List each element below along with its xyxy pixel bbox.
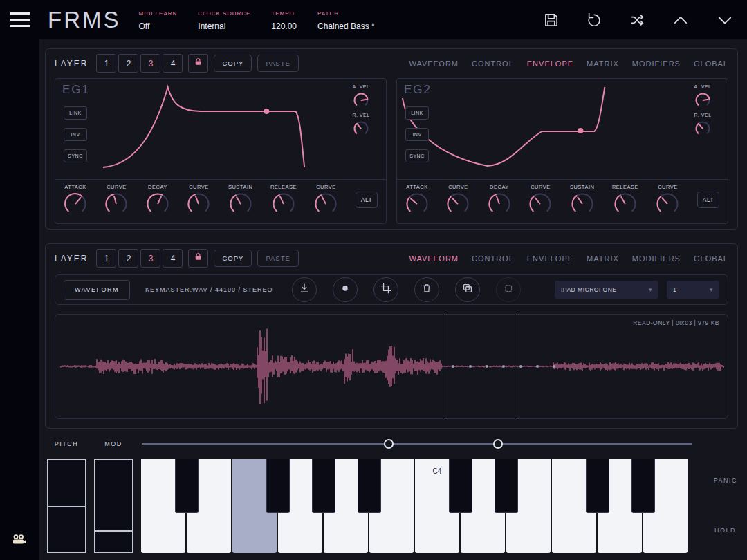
tab-control[interactable]: CONTROL xyxy=(472,59,514,68)
inv-toggle-button[interactable]: INV xyxy=(405,128,429,141)
layer-button-1[interactable]: 1 xyxy=(96,249,116,268)
tab-envelope[interactable]: ENVELOPE xyxy=(527,254,573,263)
save-icon[interactable] xyxy=(542,11,560,29)
tab-global[interactable]: GLOBAL xyxy=(694,254,728,263)
tab-waveform[interactable]: WAVEFORM xyxy=(409,254,459,263)
curve-knob[interactable]: CURVE xyxy=(656,184,679,216)
link-toggle-button[interactable]: LINK xyxy=(64,106,87,120)
tab-modifiers[interactable]: MODIFIERS xyxy=(632,59,681,68)
tab-envelope[interactable]: ENVELOPE xyxy=(527,59,573,68)
layer-button-1[interactable]: 1 xyxy=(96,54,116,73)
topbar-field-midi-learn[interactable]: MIDI LEARNOff xyxy=(139,10,178,31)
lock-button[interactable] xyxy=(188,249,208,268)
panic-button[interactable]: PANIC xyxy=(714,477,737,484)
waveform-display[interactable]: READ-ONLY | 00:03 | 979 KB xyxy=(55,314,728,419)
topbar-field-patch[interactable]: PATCHChained Bass * xyxy=(317,10,375,31)
input-source-value: IPAD MICROFONE xyxy=(561,286,617,293)
undo-icon[interactable] xyxy=(585,11,603,29)
release-knob[interactable]: RELEASE xyxy=(612,184,638,216)
topbar-actions xyxy=(542,10,747,30)
knob-label: R. VEL xyxy=(694,113,711,118)
attack-velocity-knob[interactable]: A. VEL xyxy=(694,84,712,109)
velocity-knobs: A. VELR. VEL xyxy=(342,84,380,137)
attack-velocity-knob[interactable]: A. VEL xyxy=(353,84,370,109)
release-velocity-knob[interactable]: R. VEL xyxy=(694,113,711,137)
pitch-wheel[interactable] xyxy=(47,459,86,553)
sustain-knob[interactable]: SUSTAIN xyxy=(228,184,252,216)
layer-button-2[interactable]: 2 xyxy=(118,54,138,73)
alt-button[interactable]: ALT xyxy=(697,192,719,208)
copy-button[interactable]: COPY xyxy=(214,250,252,267)
lock-button[interactable] xyxy=(188,54,208,73)
sample-marker[interactable] xyxy=(515,315,515,418)
waveform-mode-button[interactable]: WAVEFORM xyxy=(64,280,130,300)
layer-button-4[interactable]: 4 xyxy=(163,249,183,268)
envelope-display[interactable]: EG2LINKINVSYNCA. VELR. VEL xyxy=(397,79,728,180)
curve-knob[interactable]: CURVE xyxy=(446,184,470,216)
curve-knob[interactable]: CURVE xyxy=(104,184,128,216)
tab-control[interactable]: CONTROL xyxy=(472,254,514,263)
paste-button[interactable]: PASTE xyxy=(257,250,298,267)
mod-wheel[interactable] xyxy=(94,459,133,553)
sustain-knob[interactable]: SUSTAIN xyxy=(570,184,594,216)
alt-button[interactable]: ALT xyxy=(356,192,378,208)
chevron-down-icon[interactable] xyxy=(715,10,735,30)
input-source-select[interactable]: IPAD MICROFONE ▾ xyxy=(555,281,658,299)
duplicate-button[interactable] xyxy=(496,277,521,302)
slice-dot xyxy=(486,365,488,368)
sync-toggle-button[interactable]: SYNC xyxy=(64,149,87,162)
layer-button-4[interactable]: 4 xyxy=(163,54,183,73)
black-key-G3s[interactable] xyxy=(312,459,335,513)
black-key-G4s[interactable] xyxy=(631,459,655,513)
layer-button-3[interactable]: 3 xyxy=(140,54,160,73)
hold-button[interactable]: HOLD xyxy=(714,527,736,534)
envelope-display[interactable]: EG1LINKINVSYNCA. VELR. VEL xyxy=(55,79,386,180)
crop-button[interactable] xyxy=(374,277,398,302)
keyboard-range-slider[interactable] xyxy=(142,443,692,445)
black-key-F3s[interactable] xyxy=(266,459,290,513)
projector-icon[interactable] xyxy=(12,534,27,549)
attack-knob[interactable]: ATTACK xyxy=(64,184,87,216)
knob-label: CURVE xyxy=(531,184,551,190)
topbar-field-tempo[interactable]: TEMPO120.00 xyxy=(271,10,297,31)
curve-knob[interactable]: CURVE xyxy=(187,184,210,216)
black-key-C4s[interactable] xyxy=(449,459,472,513)
tab-global[interactable]: GLOBAL xyxy=(694,59,728,68)
sync-toggle-button[interactable]: SYNC xyxy=(405,149,429,162)
paste-button[interactable]: PASTE xyxy=(257,55,298,72)
menu-button[interactable] xyxy=(0,0,39,39)
tab-waveform[interactable]: WAVEFORM xyxy=(409,59,459,68)
channel-select[interactable]: 1 ▾ xyxy=(667,281,719,299)
black-key-F4s[interactable] xyxy=(586,459,609,513)
topbar-field-clock-source[interactable]: CLOCK SOURCEInternal xyxy=(198,10,250,31)
tab-modifiers[interactable]: MODIFIERS xyxy=(632,254,681,263)
trash-button[interactable] xyxy=(414,277,439,302)
eg-row: EG1LINKINVSYNCA. VELR. VELATTACKCURVEDEC… xyxy=(46,76,737,224)
range-handle-1[interactable] xyxy=(384,439,394,449)
curve-knob[interactable]: CURVE xyxy=(528,184,552,216)
layer-button-2[interactable]: 2 xyxy=(118,249,138,268)
decay-knob[interactable]: DECAY xyxy=(146,184,169,216)
chevron-up-icon[interactable] xyxy=(671,10,690,30)
randomize-icon[interactable] xyxy=(628,11,646,29)
black-key-A3s[interactable] xyxy=(358,459,381,513)
range-handle-2[interactable] xyxy=(493,439,503,449)
decay-knob[interactable]: DECAY xyxy=(488,184,511,216)
channel-value: 1 xyxy=(673,286,676,293)
curve-knob[interactable]: CURVE xyxy=(314,184,338,216)
black-key-D4s[interactable] xyxy=(495,459,518,513)
copy-button[interactable] xyxy=(455,277,480,302)
layer-button-3[interactable]: 3 xyxy=(140,249,160,268)
release-velocity-knob[interactable]: R. VEL xyxy=(352,113,369,137)
release-knob[interactable]: RELEASE xyxy=(270,184,297,216)
record-button[interactable] xyxy=(333,277,358,302)
black-key-D3s[interactable] xyxy=(175,459,199,513)
copy-button[interactable]: COPY xyxy=(214,55,252,72)
inv-toggle-button[interactable]: INV xyxy=(64,128,87,141)
link-toggle-button[interactable]: LINK xyxy=(405,106,429,120)
tab-matrix[interactable]: MATRIX xyxy=(587,59,619,68)
attack-knob[interactable]: ATTACK xyxy=(405,184,429,216)
import-button[interactable] xyxy=(292,277,317,302)
tab-matrix[interactable]: MATRIX xyxy=(587,254,619,263)
sample-marker[interactable] xyxy=(443,315,443,418)
